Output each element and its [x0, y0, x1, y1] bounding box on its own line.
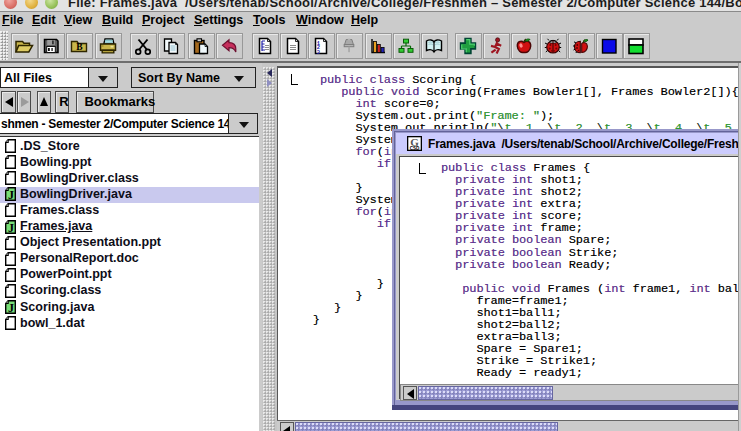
svg-text:CSD: CSD	[410, 146, 420, 151]
